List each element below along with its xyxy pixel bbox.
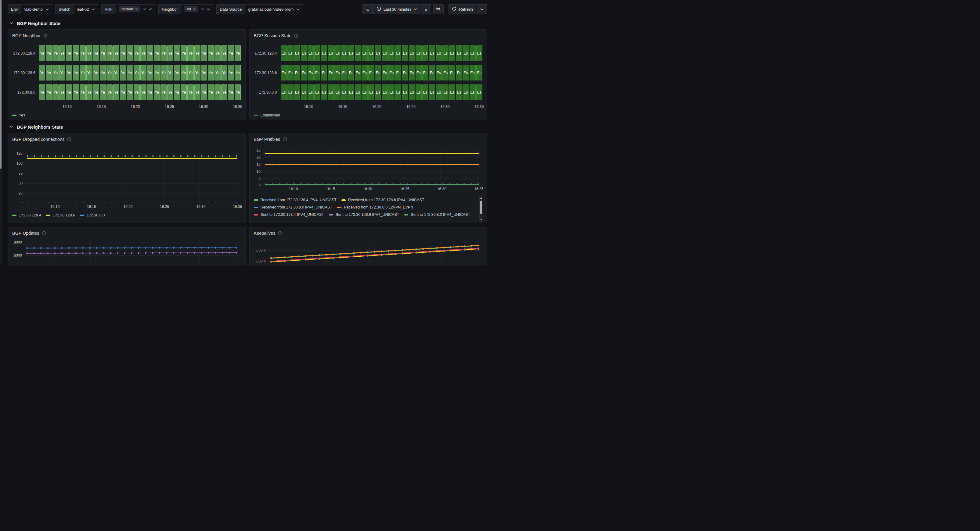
refresh-button[interactable]: Refresh <box>449 4 476 14</box>
timeline-cell: Ye <box>73 45 79 61</box>
timeline-cell: Es <box>368 84 374 100</box>
timeline-cell: Ye <box>235 45 241 61</box>
info-icon[interactable] <box>294 33 298 38</box>
row-bgp-neighbor-state[interactable]: BGP Neighbor State <box>10 20 487 26</box>
line-chart[interactable]: 0510152025 <box>254 148 483 185</box>
legend-item[interactable]: 172.30.128.4 <box>12 213 41 217</box>
legend-item[interactable]: Established <box>254 113 280 117</box>
timeline-cell: Es <box>402 45 408 61</box>
legend-label: Received from 172.30.8.0 L2VPN_EVPN <box>344 205 413 209</box>
switch-variable-control[interactable]: Switch leaf-02 <box>55 4 98 14</box>
legend-label: 172.30.8.0 <box>87 213 105 217</box>
refresh-interval-dropdown[interactable] <box>477 4 487 14</box>
info-icon[interactable] <box>278 231 282 235</box>
neighbor-value-dropdown[interactable]: All ✕ ✕ <box>181 5 213 14</box>
time-shift-back-button[interactable]: « <box>363 4 373 14</box>
neighbor-selected-chip[interactable]: All ✕ <box>184 6 198 12</box>
panel-title[interactable]: BGP Dropped connections <box>12 137 64 142</box>
line-chart[interactable]: 0255075100125 <box>12 151 241 203</box>
chevron-down-icon <box>10 21 13 25</box>
info-icon[interactable] <box>43 33 48 38</box>
legend-item[interactable]: Sent to 172.30.8.0 IPV4_UNICAST <box>404 212 470 217</box>
timeline-cell: Es <box>348 84 354 100</box>
timeline-cell: Es <box>294 45 300 61</box>
legend-swatch <box>46 215 50 216</box>
time-shift-forward-button[interactable]: » <box>421 4 431 14</box>
env-value-dropdown[interactable]: vlab-demo <box>21 5 52 14</box>
time-axis: 16:1016:1516:2016:2516:3016:35 <box>281 104 483 109</box>
time-axis-tick: 16:20 <box>372 105 381 109</box>
timeline-cell: Es <box>321 65 327 81</box>
datasource-variable-control[interactable]: Data Source grafanacloud-hhdev-prom <box>216 4 303 14</box>
zoom-out-time-button[interactable] <box>433 4 444 14</box>
timeline-cell: Es <box>328 84 334 100</box>
timeline-row-label: 172.30.8.0 <box>254 84 281 100</box>
timeline-cell: Ye <box>208 65 214 81</box>
row-bgp-neighbors-stats[interactable]: BGP Neighbors Stats <box>10 124 487 130</box>
vrf-value-dropdown[interactable]: default ✕ ✕ <box>116 5 155 14</box>
timeline-cell: Es <box>402 84 408 100</box>
clear-selection-icon[interactable]: ✕ <box>143 8 146 11</box>
legend-label: Received from 172.30.128.4 IPV4_UNICAST <box>261 198 337 202</box>
scroll-down-icon[interactable] <box>480 219 482 220</box>
legend-item[interactable]: Sent to 172.30.128.6 IPV4_UNICAST <box>329 212 399 217</box>
double-chevron-right-icon: » <box>425 7 427 12</box>
panel-title[interactable]: Keepalives <box>254 231 275 236</box>
legend-item[interactable]: Received from 172.30.128.6 IPV4_UNICAST <box>341 198 424 202</box>
line-chart[interactable]: 3.33 K3.30 K <box>254 240 483 265</box>
scroll-up-icon[interactable] <box>480 197 482 199</box>
legend-scrollbar[interactable] <box>479 196 482 222</box>
left-scrollbar-thumb[interactable] <box>0 0 2 169</box>
timeline-cell: Ye <box>52 84 59 100</box>
timeline-cell: Ye <box>39 65 45 81</box>
legend-item[interactable]: Received from 172.30.8.0 IPV4_UNICAST <box>254 205 332 209</box>
panel-title[interactable]: BGP Session State <box>254 33 292 38</box>
timeline-cell: Es <box>469 45 476 61</box>
timeline-cell: Es <box>382 84 388 100</box>
time-axis-tick: 16:35 <box>474 105 484 109</box>
panel-title[interactable]: BGP Updates <box>12 231 39 236</box>
timeline-cell: Ye <box>140 45 146 61</box>
info-icon[interactable] <box>67 137 72 141</box>
left-scrollbar[interactable] <box>0 0 2 265</box>
time-axis-tick: 16:20 <box>131 105 140 109</box>
legend-item[interactable]: 172.30.8.0 <box>80 213 105 217</box>
time-axis-tick: 16:30 <box>196 204 206 209</box>
legend-item[interactable]: 172.30.128.6 <box>46 213 75 217</box>
timeline-cell: Ye <box>113 65 119 81</box>
timeline-cell: Es <box>287 84 294 100</box>
clear-selection-icon[interactable]: ✕ <box>201 8 204 11</box>
time-axis-tick: 16:30 <box>437 187 446 191</box>
legend-item[interactable]: Yes <box>12 113 25 117</box>
legend-label: Sent to 172.30.8.0 IPV4_UNICAST <box>410 212 470 217</box>
clock-icon <box>377 6 381 12</box>
timeline-cell: Es <box>382 45 388 61</box>
env-variable-control[interactable]: Env vlab-demo <box>8 4 52 14</box>
switch-value-dropdown[interactable]: leaf-02 <box>73 5 98 14</box>
legend-item[interactable]: Received from 172.30.128.4 IPV4_UNICAST <box>254 198 337 202</box>
info-icon[interactable] <box>283 137 287 141</box>
time-range-picker-button[interactable]: Last 30 minutes <box>373 4 421 14</box>
timeline-cell: Es <box>436 65 442 81</box>
timeline-cell: Ye <box>134 84 140 100</box>
vrf-selected-chip[interactable]: default ✕ <box>119 6 140 12</box>
panel-title[interactable]: BGP Prefixes <box>254 137 280 142</box>
remove-chip-icon[interactable]: ✕ <box>193 8 196 11</box>
legend-scrollbar-thumb[interactable] <box>480 201 482 214</box>
timeline-cell: Es <box>361 65 368 81</box>
svg-text:100: 100 <box>16 161 22 165</box>
info-icon[interactable] <box>42 231 46 235</box>
panel-title[interactable]: BGP Neighbor <box>12 33 41 38</box>
timeline-cell: Es <box>436 84 442 100</box>
neighbor-variable-control[interactable]: Neighbor All ✕ ✕ <box>158 4 213 14</box>
remove-chip-icon[interactable]: ✕ <box>135 8 138 11</box>
legend-item[interactable]: Received from 172.30.8.0 L2VPN_EVPN <box>337 205 413 209</box>
timeline-cell: Ye <box>154 45 160 61</box>
timeline-cell: Es <box>294 84 300 100</box>
timeline-cell: Ye <box>59 45 65 61</box>
timeline-cell: Es <box>429 84 435 100</box>
vrf-variable-control[interactable]: VRF default ✕ ✕ <box>101 4 155 14</box>
datasource-value-dropdown[interactable]: grafanacloud-hhdev-prom <box>245 5 303 14</box>
line-chart[interactable]: 80006000 <box>12 240 241 265</box>
legend-item[interactable]: Sent to 172.30.128.4 IPV4_UNICAST <box>254 212 324 217</box>
